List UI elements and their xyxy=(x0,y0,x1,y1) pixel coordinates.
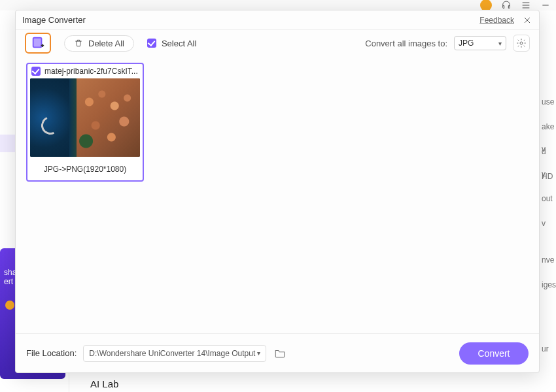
bg-text: HD v xyxy=(542,153,556,178)
open-folder-button[interactable] xyxy=(273,346,287,361)
convert-to-label: Convert all images to: xyxy=(365,39,447,48)
output-format-select[interactable]: JPG xyxy=(454,36,506,50)
image-card[interactable]: matej-pribanic-2fu7CskIT... JPG->PNG(192… xyxy=(26,63,144,182)
minimize-icon[interactable] xyxy=(540,0,551,10)
format-value: JPG xyxy=(459,39,474,48)
svg-rect-0 xyxy=(33,38,42,48)
close-icon[interactable] xyxy=(522,15,532,25)
image-card-head: matej-pribanic-2fu7CskIT... xyxy=(27,64,143,78)
feedback-link[interactable]: Feedback xyxy=(479,16,514,25)
modal-footer: File Location: D:\Wondershare UniConvert… xyxy=(16,333,539,372)
bg-text: nve xyxy=(542,237,556,261)
select-all-checkbox[interactable]: Select All xyxy=(147,39,196,48)
toolbar: Delete All Select All Convert all images… xyxy=(16,30,539,56)
file-location-label: File Location: xyxy=(26,348,77,358)
modal-header: Image Converter Feedback xyxy=(16,10,539,30)
settings-button[interactable] xyxy=(513,35,530,52)
bg-text: iges xyxy=(542,261,556,286)
delete-all-label: Delete All xyxy=(88,39,124,48)
bg-text: use v xyxy=(542,78,556,103)
image-filename: matej-pribanic-2fu7CskIT... xyxy=(44,67,139,76)
convert-label: Convert xyxy=(478,348,510,359)
file-location-value: D:\Wondershare UniConverter 14\Image Out… xyxy=(89,349,255,358)
delete-all-button[interactable]: Delete All xyxy=(64,35,134,52)
bg-text: d out xyxy=(542,128,556,153)
add-image-button[interactable] xyxy=(25,33,51,54)
image-list: matej-pribanic-2fu7CskIT... JPG->PNG(192… xyxy=(16,56,539,333)
convert-button[interactable]: Convert xyxy=(459,342,529,365)
support-icon[interactable] xyxy=(501,0,512,10)
file-location-select[interactable]: D:\Wondershare UniConverter 14\Image Out… xyxy=(83,345,266,362)
svg-point-1 xyxy=(520,42,523,44)
promo-dot-icon xyxy=(5,301,14,310)
checkbox-checked-icon xyxy=(147,39,156,48)
bg-text: ur file xyxy=(542,325,556,350)
image-converter-modal: Image Converter Feedback Delete All Sele… xyxy=(15,10,540,373)
bg-section-label[interactable]: AI Lab xyxy=(90,378,118,389)
image-caption: JPG->PNG(1920*1080) xyxy=(27,159,143,180)
app-topbar xyxy=(0,0,556,10)
menu-icon[interactable] xyxy=(521,0,531,10)
checkbox-checked-icon[interactable] xyxy=(31,67,41,76)
bg-right-snippets: use v ake y d out HD v nve iges ur file xyxy=(542,78,556,350)
modal-title: Image Converter xyxy=(22,15,86,25)
select-all-label: Select All xyxy=(162,39,196,48)
promo-text: ert xyxy=(4,277,13,286)
bg-text: ake y xyxy=(542,103,556,128)
image-thumbnail[interactable] xyxy=(30,78,140,157)
